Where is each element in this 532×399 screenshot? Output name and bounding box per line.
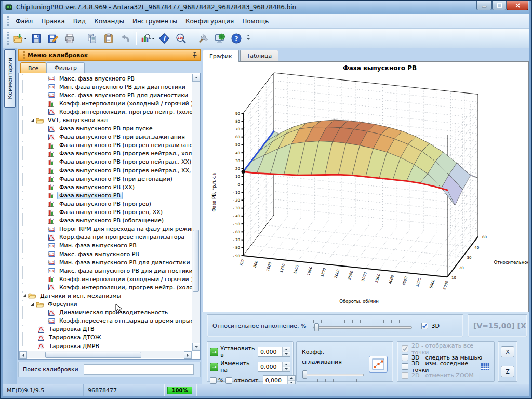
- expand-arrow-icon[interactable]: [31, 119, 34, 122]
- expand-arrow-icon[interactable]: [31, 303, 34, 306]
- copy-button[interactable]: [84, 31, 100, 46]
- tree-item[interactable]: Тарировка ДТОЖ: [19, 334, 192, 342]
- horizontal-scroll-thumb[interactable]: [45, 352, 141, 358]
- expand-arrow-icon[interactable]: [23, 294, 26, 297]
- scroll-down-button[interactable]: [192, 343, 200, 351]
- paste-button[interactable]: [101, 31, 116, 46]
- print-button[interactable]: [62, 31, 77, 46]
- help-button[interactable]: ?: [229, 31, 244, 46]
- tab-chart[interactable]: График: [203, 50, 239, 62]
- tree-item[interactable]: Фаза выпускного РВ при пуске: [19, 125, 192, 133]
- percent-checkbox[interactable]: [210, 377, 217, 384]
- tree-item[interactable]: 1.2Макс. фаза выпускного РВ: [19, 250, 192, 258]
- close-button[interactable]: [507, 1, 528, 10]
- z-axis-button[interactable]: Z: [501, 366, 514, 377]
- relative-checkbox[interactable]: [225, 377, 232, 384]
- tree-item[interactable]: Фаза выпускного РВ (прогрев нейтрализато…: [19, 141, 192, 150]
- tree-folder[interactable]: VVT, выпускной вал: [19, 116, 192, 124]
- tree-item[interactable]: 1.2Коэфф.пересчета отн.заряда в время вп…: [19, 317, 192, 325]
- menu-конфигурация[interactable]: Конфигурация: [181, 16, 238, 27]
- tree-item[interactable]: 1.2Макс. фаза выпускного РВ для диагност…: [19, 267, 192, 275]
- tree-item[interactable]: Корр.фаза при прогреве нейтрализатора: [19, 233, 192, 242]
- tree-item[interactable]: Динамическая производительность: [19, 309, 192, 317]
- menu-команды[interactable]: Команды: [90, 16, 128, 27]
- comments-side-tab[interactable]: Комментарии: [4, 49, 16, 108]
- scroll-up-button[interactable]: [192, 74, 200, 82]
- toolbar-grip[interactable]: [7, 32, 9, 45]
- change-value-button[interactable]: →: [210, 363, 218, 371]
- surface-plot-svg[interactable]: - 90- 80- 70- 60- 50- 40- 30- 20- 100102…: [203, 62, 528, 312]
- change-value-spinner[interactable]: 0,000: [258, 362, 290, 372]
- x-axis-button[interactable]: X: [501, 346, 514, 357]
- tree-item[interactable]: Коэфф.интерполяции, прогрев нейтр. (холо…: [19, 108, 192, 116]
- menubar-grip[interactable]: [7, 16, 9, 26]
- tree-item[interactable]: Тарировка ДМРВ: [19, 342, 192, 350]
- undo-button[interactable]: [117, 31, 133, 46]
- tools-button[interactable]: [195, 31, 211, 46]
- open-file-button[interactable]: [12, 31, 28, 46]
- tree-horizontal-scrollbar[interactable]: [19, 351, 192, 358]
- tree-item[interactable]: Фаза выпускного РВ (обогащение): [19, 217, 192, 225]
- title-bar[interactable]: ChipTuningPRO ver.7.4.8.969 - Antara32L_…: [1, 1, 532, 14]
- tree-item[interactable]: Фаза выпускного РВ: [19, 191, 192, 200]
- maximize-button[interactable]: [492, 1, 507, 10]
- chart-view-button[interactable]: [140, 31, 155, 46]
- tree-item[interactable]: 1.2Мин. фаза выпускного РВ: [19, 242, 192, 250]
- view-option-checkbox[interactable]: [402, 354, 408, 361]
- pin-icon[interactable]: [192, 52, 198, 59]
- grid-table-icon[interactable]: [477, 363, 490, 370]
- menu-вид[interactable]: Вид: [69, 16, 90, 27]
- tree-item[interactable]: Фаза выпускного РВ (ХХ): [19, 183, 192, 191]
- tree-item[interactable]: 1.2Макс. фаза впускного РВ: [19, 74, 192, 83]
- menu-правка[interactable]: Правка: [37, 16, 69, 27]
- scroll-left-button[interactable]: [19, 351, 27, 359]
- scroll-right-button[interactable]: [184, 351, 192, 359]
- tab-table[interactable]: Таблица: [240, 50, 279, 61]
- tab-filter[interactable]: Фильтр: [46, 62, 85, 73]
- tree-item[interactable]: Фаза выпускного РВ (при детонации): [19, 175, 192, 183]
- zoom-110-button[interactable]: 110: [173, 31, 189, 46]
- fill-slider-thumb[interactable]: [314, 323, 319, 331]
- tree-item[interactable]: Тарировка ДТВ: [19, 325, 192, 334]
- search-input[interactable]: [84, 364, 194, 375]
- tree-item[interactable]: 1.2Мин. фаза выпускного РВ для диагности…: [19, 258, 192, 267]
- surface-chart[interactable]: - 90- 80- 70- 60- 50- 40- 30- 20- 100102…: [203, 61, 529, 312]
- save-as-button[interactable]: [45, 31, 61, 46]
- online-update-button[interactable]: [212, 31, 228, 46]
- tree-item[interactable]: 1.2Макс. фаза впускного РВ для диагности…: [19, 91, 192, 99]
- tree-item[interactable]: Коэфф.интерполяции (холодный / горячий ): [19, 275, 192, 283]
- minimize-button[interactable]: [476, 1, 492, 10]
- tree-item[interactable]: Фаза выпускного РВ (прогрев нейтрал., ХХ…: [19, 166, 192, 175]
- fill-slider[interactable]: [313, 323, 412, 332]
- smoothing-apply-button[interactable]: [369, 356, 388, 373]
- tree-item[interactable]: 1.2Порог RPM для перехода на фазу для ре…: [19, 225, 192, 233]
- smoothing-slider-thumb[interactable]: [302, 370, 307, 379]
- panel-grip[interactable]: [23, 51, 25, 59]
- dropdown-arrow-icon[interactable]: [152, 38, 155, 41]
- tree-item[interactable]: 1.2Мин. фаза впускного РВ для диагностик…: [19, 83, 192, 91]
- tree-item[interactable]: Фаза выпускного РВ (прогрев нейтрал., хо…: [19, 150, 192, 158]
- tree-item[interactable]: Фаза выпускного РВ при выкл.зажигания: [19, 133, 192, 141]
- menu-инструменты[interactable]: Инструменты: [128, 16, 181, 27]
- tree-folder[interactable]: Форсунки: [19, 300, 192, 309]
- save-file-button[interactable]: [29, 31, 44, 46]
- info-button[interactable]: i: [156, 31, 172, 46]
- tree-vertical-scrollbar[interactable]: [192, 74, 200, 351]
- dropdown-arrow-icon[interactable]: [24, 38, 27, 41]
- tree-item[interactable]: Фаза выпускного РВ (прогрев): [19, 200, 192, 208]
- set-value-button[interactable]: →: [210, 348, 218, 356]
- view-option-checkbox[interactable]: [402, 363, 408, 370]
- 3d-checkbox[interactable]: [421, 323, 428, 329]
- tree-folder[interactable]: Датчики и исп. механизмы: [19, 291, 192, 300]
- tree-item[interactable]: Фаза выпускного РВ (прогрев, ХХ): [19, 208, 192, 217]
- set-value-spinner[interactable]: 0,000: [258, 347, 290, 357]
- vertical-scroll-thumb[interactable]: [193, 230, 199, 292]
- smoothing-slider[interactable]: [302, 370, 364, 379]
- menu-файл[interactable]: Файл: [11, 16, 37, 27]
- tree-item[interactable]: Коэфф.интерполяции, прогрев нейтр. (холо…: [19, 283, 192, 291]
- tree-item[interactable]: Фаза выпускного РВ (прогрев нейтрал., ХХ…: [19, 158, 192, 166]
- toolbar-overflow-icon[interactable]: [247, 35, 250, 42]
- tree-item[interactable]: Коэфф.интерполяции (холодный / горячий ): [19, 99, 192, 108]
- tab-all[interactable]: Все: [20, 62, 46, 73]
- menu-помощь[interactable]: Помощь: [238, 16, 273, 27]
